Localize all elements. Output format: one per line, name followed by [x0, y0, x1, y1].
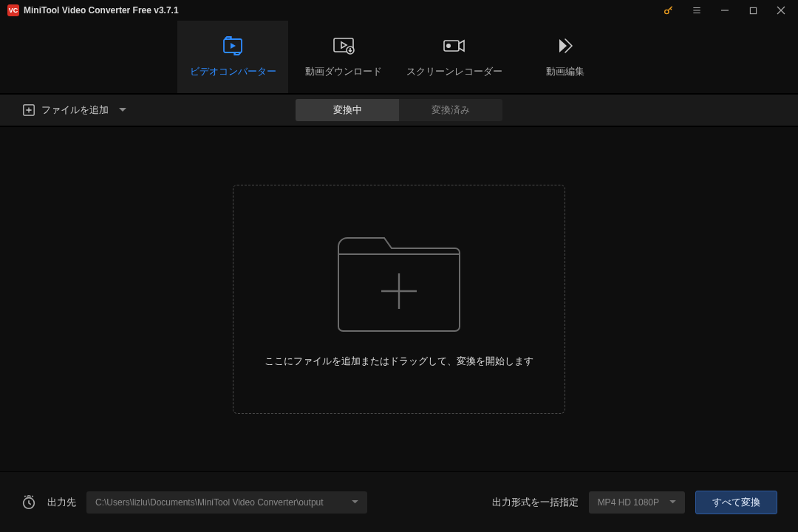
chevron-down-icon	[669, 499, 676, 505]
chevron-down-icon	[352, 499, 358, 505]
output-format-select[interactable]: MP4 HD 1080P	[589, 491, 685, 514]
svg-point-6	[447, 44, 450, 47]
output-path-value: C:\Users\lizlu\Documents\MiniTool Video …	[95, 497, 324, 508]
output-path-select[interactable]: C:\Users\lizlu\Documents\MiniTool Video …	[86, 491, 367, 514]
tab-label: スクリーンレコーダー	[406, 65, 502, 78]
add-file-icon	[22, 103, 35, 117]
upgrade-key-icon[interactable]	[655, 0, 683, 21]
main-area: ここにファイルを追加またはドラッグして、変換を開始します	[0, 127, 798, 471]
status-tab-completed[interactable]: 変換済み	[399, 99, 502, 121]
maximize-icon[interactable]	[739, 0, 767, 21]
folder-add-icon	[334, 231, 464, 334]
svg-rect-1	[750, 7, 756, 13]
top-tabs: ビデオコンバーター 動画ダウンロード スクリーンレコーダー	[0, 21, 798, 95]
minimize-icon[interactable]	[711, 0, 739, 21]
tab-label: 動画編集	[546, 65, 584, 78]
chevron-down-icon[interactable]	[119, 107, 126, 113]
output-format-label: 出力形式を一括指定	[492, 496, 579, 509]
download-icon	[332, 35, 355, 56]
app-logo: VC	[7, 4, 19, 16]
sub-bar: ファイルを追加 変換中 変換済み	[0, 95, 798, 127]
tab-video-converter[interactable]: ビデオコンバーター	[177, 21, 288, 93]
tab-label: 動画ダウンロード	[305, 65, 382, 78]
close-icon[interactable]	[767, 0, 795, 21]
status-tabs: 変換中 変換済み	[296, 99, 502, 121]
tab-screen-recorder[interactable]: スクリーンレコーダー	[399, 21, 510, 93]
converter-icon	[221, 35, 245, 56]
tab-video-download[interactable]: 動画ダウンロード	[288, 21, 399, 93]
app-title: MiniTool Video Converter Free v3.7.1	[24, 5, 179, 16]
drop-zone[interactable]: ここにファイルを追加またはドラッグして、変換を開始します	[233, 185, 565, 414]
bottom-bar: 出力先 C:\Users\lizlu\Documents\MiniTool Vi…	[0, 471, 798, 532]
output-format-value: MP4 HD 1080P	[598, 497, 659, 508]
status-tab-converting[interactable]: 変換中	[296, 99, 399, 121]
recorder-icon	[442, 35, 467, 56]
convert-all-button[interactable]: すべて変換	[695, 491, 777, 514]
add-file-label: ファイルを追加	[41, 103, 109, 117]
titlebar-left: VC MiniTool Video Converter Free v3.7.1	[3, 4, 179, 16]
add-file-button[interactable]: ファイルを追加	[22, 103, 126, 117]
titlebar-right	[655, 0, 795, 21]
history-icon[interactable]	[21, 494, 37, 511]
editor-icon	[555, 35, 576, 56]
tab-label: ビデオコンバーター	[190, 65, 276, 78]
drop-zone-text: ここにファイルを追加またはドラッグして、変換を開始します	[265, 355, 533, 368]
menu-icon[interactable]	[683, 0, 711, 21]
tab-video-editor[interactable]: 動画編集	[510, 21, 621, 93]
titlebar: VC MiniTool Video Converter Free v3.7.1	[0, 0, 798, 21]
output-dest-label: 出力先	[47, 496, 76, 509]
